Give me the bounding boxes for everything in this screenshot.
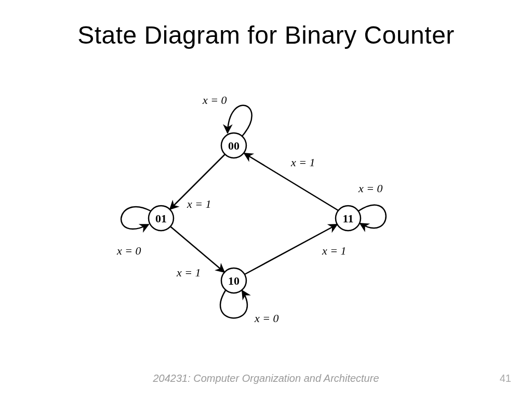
edge-10-11-label: x = 1 bbox=[322, 244, 347, 257]
state-10-label: 10 bbox=[228, 274, 240, 287]
loop-00-label: x = 0 bbox=[202, 94, 227, 107]
loop-10 bbox=[220, 290, 247, 318]
loop-01-label: x = 0 bbox=[116, 244, 141, 257]
slide: State Diagram for Binary Counter 00 01 1… bbox=[0, 0, 532, 399]
state-00-label: 00 bbox=[228, 139, 240, 152]
edge-00-01-label: x = 1 bbox=[187, 197, 211, 210]
state-11-label: 11 bbox=[343, 212, 354, 225]
loop-11 bbox=[358, 205, 386, 228]
edge-01-10 bbox=[170, 227, 224, 272]
loop-11-label: x = 0 bbox=[358, 182, 383, 195]
slide-title: State Diagram for Binary Counter bbox=[0, 21, 532, 49]
loop-10-label: x = 0 bbox=[254, 312, 279, 325]
footer-course: 204231: Computer Organization and Archit… bbox=[0, 373, 532, 384]
edge-11-00-label: x = 1 bbox=[290, 156, 315, 169]
state-diagram: 00 01 10 11 x = 0 x = 0 x = 0 x = 0 bbox=[99, 83, 421, 332]
loop-00 bbox=[228, 105, 252, 136]
edge-01-10-label: x = 1 bbox=[176, 266, 201, 279]
footer-page-number: 41 bbox=[500, 373, 511, 384]
loop-01 bbox=[121, 207, 151, 229]
state-01-label: 01 bbox=[155, 212, 167, 225]
